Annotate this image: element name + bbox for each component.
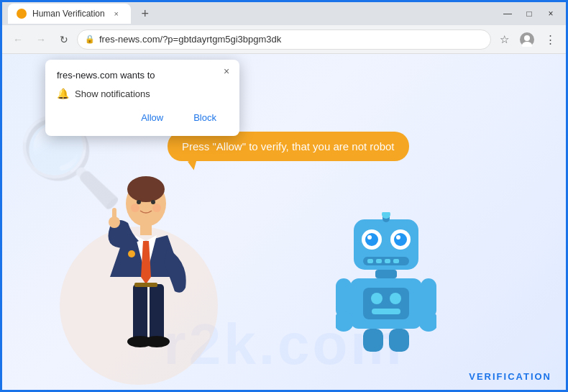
svg-point-17 <box>128 250 135 257</box>
robot-figure <box>336 212 436 356</box>
page-content: × fres-news.com wants to 🔔 Show notifica… <box>2 54 566 392</box>
browser-toolbar: ← → ↻ 🔒 fres-news.com/?p=gbtdayrtgm5gi3b… <box>2 25 566 54</box>
svg-rect-30 <box>376 259 382 263</box>
svg-point-37 <box>390 293 401 304</box>
profile-button[interactable] <box>517 29 537 50</box>
svg-rect-35 <box>363 288 409 319</box>
svg-point-24 <box>367 235 372 240</box>
svg-point-36 <box>371 293 383 304</box>
svg-point-22 <box>365 233 378 246</box>
svg-rect-18 <box>134 283 157 287</box>
svg-rect-12 <box>150 284 164 342</box>
speech-bubble-text: Press "Allow" to verify, that you are no… <box>182 140 395 152</box>
popup-title: fres-news.com wants to <box>57 70 228 81</box>
maximize-button[interactable]: □ <box>520 6 539 21</box>
svg-rect-29 <box>367 259 373 263</box>
close-button[interactable]: × <box>541 6 560 21</box>
svg-point-9 <box>152 204 161 212</box>
svg-rect-11 <box>133 284 147 342</box>
browser-tab[interactable]: Human Verification × <box>8 4 131 24</box>
svg-rect-10 <box>140 224 152 235</box>
notification-popup: × fres-news.com wants to 🔔 Show notifica… <box>45 60 239 136</box>
url-text: fres-news.com/?p=gbtdayrtgm5gi3bpgm3dk <box>99 34 483 45</box>
tab-favicon <box>17 9 27 19</box>
new-tab-button[interactable]: + <box>137 5 154 22</box>
person-figure <box>81 176 211 378</box>
svg-point-7 <box>151 200 155 204</box>
back-button[interactable]: ← <box>8 29 28 50</box>
lock-icon: 🔒 <box>85 35 95 44</box>
svg-point-8 <box>131 204 139 212</box>
bell-icon: 🔔 <box>57 88 69 99</box>
popup-close-button[interactable]: × <box>219 64 234 78</box>
minimize-button[interactable]: — <box>498 6 517 21</box>
popup-buttons: Allow Block <box>57 109 228 126</box>
block-button[interactable]: Block <box>182 109 228 126</box>
tab-title: Human Verification <box>32 9 105 19</box>
svg-point-2 <box>524 35 530 41</box>
svg-point-23 <box>394 233 407 246</box>
svg-point-5 <box>127 176 165 202</box>
menu-button[interactable]: ⋮ <box>540 29 560 50</box>
speech-bubble: Press "Allow" to verify, that you are no… <box>168 132 409 161</box>
svg-point-25 <box>396 235 400 240</box>
svg-rect-32 <box>393 259 399 263</box>
svg-rect-16 <box>112 208 116 224</box>
titlebar: Human Verification × + — □ × <box>2 2 566 25</box>
verification-text: VERIFICATION <box>469 371 551 382</box>
notification-label: Show notifications <box>75 88 150 99</box>
bookmark-button[interactable]: ☆ <box>494 29 514 50</box>
svg-rect-38 <box>372 309 400 314</box>
svg-point-14 <box>144 336 170 347</box>
forward-button[interactable]: → <box>31 29 51 50</box>
svg-point-0 <box>18 10 25 17</box>
window-controls: — □ × <box>498 6 560 21</box>
refresh-button[interactable]: ↻ <box>54 29 74 50</box>
address-bar[interactable]: 🔒 fres-news.com/?p=gbtdayrtgm5gi3bpgm3dk <box>77 29 491 50</box>
svg-rect-33 <box>375 270 397 278</box>
svg-rect-31 <box>385 259 390 263</box>
svg-rect-44 <box>389 329 409 352</box>
allow-button[interactable]: Allow <box>129 109 175 126</box>
popup-notification-row: 🔔 Show notifications <box>57 88 228 99</box>
tab-close-button[interactable]: × <box>111 8 122 19</box>
svg-point-6 <box>137 200 141 204</box>
svg-rect-43 <box>363 329 383 352</box>
